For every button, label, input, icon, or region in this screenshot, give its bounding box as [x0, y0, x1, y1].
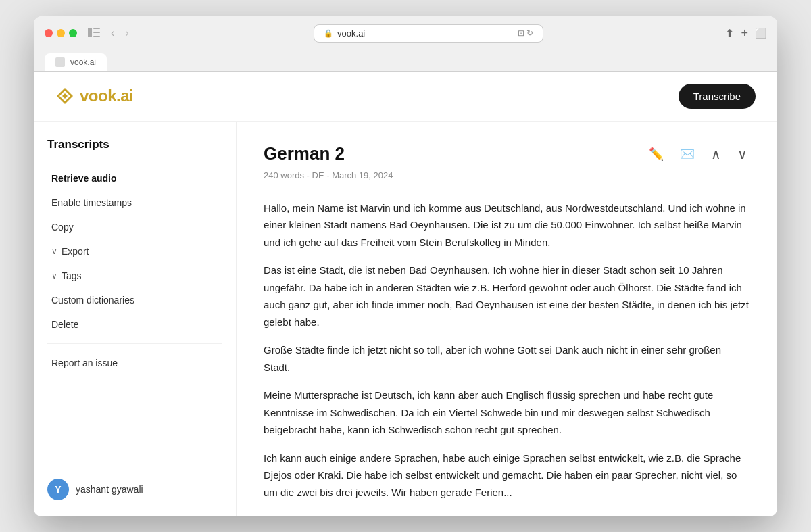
content-text: Hallo, mein Name ist Marvin und ich komm…: [264, 199, 750, 502]
traffic-lights: [45, 29, 77, 37]
chevron-up-icon[interactable]: ∧: [708, 143, 724, 165]
browser-controls: ‹ ›: [85, 26, 132, 41]
chevron-down-icon-tags: ∨: [51, 271, 57, 281]
sidebar-item-retrieve-audio[interactable]: Retrieve audio: [47, 168, 222, 189]
chevron-down-icon: ∨: [51, 247, 57, 256]
content-header: German 2 ✏️ ✉️ ∧ ∨: [264, 143, 750, 165]
sidebar-label-retrieve-audio: Retrieve audio: [51, 173, 116, 184]
content-meta: 240 words - DE - March 19, 2024: [264, 170, 750, 180]
tab-overview-icon[interactable]: ⬜: [755, 28, 766, 39]
paragraph-5: Ich kann auch einige andere Sprachen, ha…: [264, 450, 750, 502]
edit-icon[interactable]: ✏️: [646, 144, 666, 164]
main-layout: Transcripts Retrieve audio Enable timest…: [34, 122, 777, 516]
sidebar-item-copy[interactable]: Copy: [47, 216, 222, 238]
sidebar-toggle-button[interactable]: [85, 26, 103, 41]
forward-icon: ›: [122, 26, 131, 41]
share-icon[interactable]: ⬆: [725, 27, 734, 40]
content-title: German 2: [264, 143, 345, 164]
sidebar-item-custom-dictionaries[interactable]: Custom dictionaries: [47, 289, 222, 311]
minimize-button[interactable]: [57, 29, 65, 37]
logo: vook.ai: [55, 87, 133, 105]
tab-bar: vook.ai: [45, 49, 766, 71]
logo-text: vook.ai: [80, 87, 133, 105]
paragraph-2: Das ist eine Stadt, die ist neben Bad Oe…: [264, 262, 750, 331]
address-bar[interactable]: 🔒 vook.ai ⊡ ↻: [314, 24, 543, 43]
sidebar-title: Transcripts: [47, 138, 222, 151]
url-display: vook.ai: [337, 28, 365, 39]
sidebar-item-tags[interactable]: ∨ Tags: [47, 265, 222, 287]
browser-chrome: ‹ › 🔒 vook.ai ⊡ ↻ ⬆ + ⬜ vook: [34, 16, 777, 72]
user-name: yashant gyawali: [76, 484, 143, 495]
transcribe-button[interactable]: Transcribe: [679, 84, 756, 109]
reader-mode-icon[interactable]: ⊡ ↻: [518, 28, 533, 38]
new-tab-icon[interactable]: +: [741, 26, 748, 41]
sidebar-item-report-issue[interactable]: Report an issue: [47, 352, 222, 374]
sidebar-label-custom-dictionaries: Custom dictionaries: [51, 295, 134, 306]
sidebar-label-enable-timestamps: Enable timestamps: [51, 197, 132, 208]
tab-url: vook.ai: [70, 57, 96, 67]
app-header: vook.ai Transcribe: [34, 72, 777, 122]
sidebar-item-delete[interactable]: Delete: [47, 314, 222, 335]
svg-rect-1: [93, 28, 100, 29]
logo-icon: [55, 87, 74, 105]
tab-favicon: [55, 57, 65, 67]
active-tab[interactable]: vook.ai: [45, 53, 107, 71]
sidebar-label-copy: Copy: [51, 222, 74, 233]
maximize-button[interactable]: [69, 29, 77, 37]
sidebar-item-export[interactable]: ∨ Export: [47, 241, 222, 262]
user-profile: Y yashant gyawali: [47, 479, 222, 500]
svg-rect-0: [88, 28, 92, 37]
svg-rect-2: [93, 32, 100, 33]
avatar: Y: [47, 479, 69, 500]
paragraph-3: Große Städte finde ich jetzt nicht so to…: [264, 341, 750, 376]
app-content: vook.ai Transcribe Transcripts Retrieve …: [34, 72, 777, 516]
chevron-down-icon[interactable]: ∨: [735, 143, 750, 165]
content-actions: ✏️ ✉️ ∧ ∨: [646, 143, 750, 165]
paragraph-4: Meine Muttersprache ist Deutsch, ich kan…: [264, 387, 750, 439]
sidebar-label-delete: Delete: [51, 319, 78, 330]
close-button[interactable]: [45, 29, 53, 37]
paragraph-1: Hallo, mein Name ist Marvin und ich komm…: [264, 199, 750, 251]
chevron-icon: ‹: [108, 26, 117, 41]
lock-icon: 🔒: [324, 29, 333, 38]
sidebar-divider: [47, 343, 222, 344]
content-area: German 2 ✏️ ✉️ ∧ ∨ 240 words - DE - Marc…: [237, 122, 777, 516]
sidebar-label-tags: Tags: [62, 270, 82, 281]
browser-right-controls: ⬆ + ⬜: [725, 26, 766, 41]
sidebar-label-export: Export: [62, 246, 89, 257]
sidebar-menu: Retrieve audio Enable timestamps Copy ∨ …: [47, 168, 222, 335]
browser-window: ‹ › 🔒 vook.ai ⊡ ↻ ⬆ + ⬜ vook: [34, 16, 777, 516]
sidebar-label-report-issue: Report an issue: [51, 358, 118, 368]
email-icon[interactable]: ✉️: [677, 144, 697, 164]
sidebar: Transcripts Retrieve audio Enable timest…: [34, 122, 237, 516]
svg-rect-3: [93, 36, 100, 37]
sidebar-item-enable-timestamps[interactable]: Enable timestamps: [47, 192, 222, 214]
